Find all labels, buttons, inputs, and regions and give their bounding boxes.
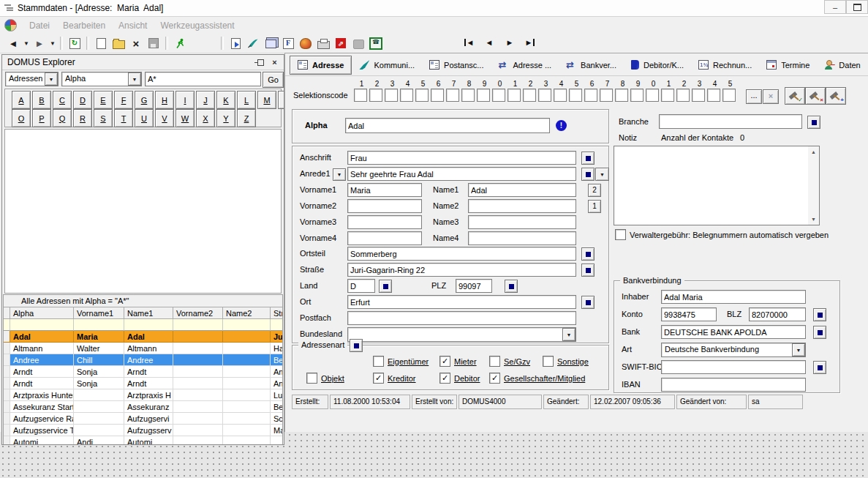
selektionscode-box-10[interactable] (492, 89, 505, 102)
branche-input[interactable] (659, 114, 802, 129)
ort-input[interactable] (347, 295, 576, 309)
maximize-button[interactable] (846, 0, 868, 14)
ortsteil-input[interactable] (347, 247, 576, 261)
scroll-up-icon[interactable]: ▲ (808, 146, 819, 157)
alpha-button-n[interactable]: N (278, 91, 284, 109)
tab-daten[interactable]: Daten (817, 56, 867, 74)
table-row[interactable]: Arztpraxis HunterArztpraxis HLux (4, 389, 282, 401)
table-row[interactable]: Aufzugsservice TAufzugsservMali (4, 425, 282, 436)
alpha-button-f[interactable]: F (114, 91, 133, 109)
filter-cell[interactable] (74, 319, 124, 331)
branche-lookup-button[interactable] (807, 116, 820, 129)
checkbox-sonstige[interactable]: Sonstige (543, 356, 589, 367)
land-input[interactable] (347, 279, 375, 293)
anrede1-lookup-button[interactable] (581, 168, 595, 181)
anschrift-input[interactable] (347, 151, 576, 165)
checkbox-objekt[interactable]: Objekt (306, 373, 344, 384)
plz-lookup-button[interactable] (505, 280, 518, 293)
add-selection-button[interactable]: + (826, 87, 846, 105)
selektionscode-box-23[interactable] (692, 89, 705, 102)
tab-bankver[interactable]: Bankver... (559, 56, 624, 74)
column-header-alpha[interactable]: Alpha (10, 307, 74, 319)
alpha-button-p[interactable]: P (32, 109, 51, 127)
alpha-button-j[interactable]: J (196, 91, 215, 109)
alpha-button-i[interactable]: I (176, 91, 195, 109)
alpha-button-q[interactable]: Q (53, 109, 72, 127)
alpha-button-w[interactable]: W (176, 109, 195, 127)
filter-cell[interactable] (124, 319, 173, 331)
checkbox-se-gzv[interactable]: Se/Gzv (489, 356, 530, 367)
alpha-button-u[interactable]: U (135, 109, 154, 127)
anrede1-template-button[interactable]: ▼ (333, 168, 346, 181)
table-row[interactable]: AltmannWalterAltmannHau (4, 343, 282, 354)
checkbox-eigentümer[interactable]: Eigentümer (373, 356, 429, 367)
alpha-button-e[interactable]: E (94, 91, 113, 109)
selektionscode-box-22[interactable] (676, 89, 690, 102)
alpha-button-d[interactable]: D (73, 91, 92, 109)
alpha-button-s[interactable]: S (94, 109, 113, 127)
checked-checkbox[interactable] (439, 373, 450, 384)
art-dropdown[interactable]: Deutsche Bankverbindung ▼ (661, 343, 806, 357)
new-record-button[interactable] (92, 35, 110, 51)
postfach-input[interactable] (347, 311, 576, 325)
catalog-button[interactable] (262, 35, 279, 51)
column-header-name1[interactable]: Name1 (124, 307, 173, 319)
alpha-button-t[interactable]: T (114, 109, 133, 127)
anschrift-lookup-button[interactable] (581, 152, 595, 165)
vorname4-input[interactable] (347, 231, 422, 245)
alpha-button-r[interactable]: R (73, 109, 92, 127)
selektionscode-box-14[interactable] (554, 89, 567, 102)
name4-input[interactable] (468, 231, 576, 245)
selektionscode-box-21[interactable] (661, 89, 674, 102)
ortsteil-lookup-button[interactable] (581, 247, 595, 261)
checkbox-debitor[interactable]: Debitor (439, 373, 480, 384)
open-button[interactable] (110, 35, 127, 51)
selektionscode-box-4[interactable] (400, 89, 413, 102)
go-button[interactable]: Go (263, 72, 284, 88)
checked-checkbox[interactable] (439, 356, 450, 367)
alpha-button-k[interactable]: K (216, 91, 235, 109)
swift-input[interactable] (661, 360, 806, 374)
bundesland-dropdown[interactable]: ▼ (347, 327, 576, 342)
run-assistant-button[interactable] (171, 35, 189, 51)
column-header-vorname2[interactable]: Vorname2 (173, 307, 223, 319)
tab-postansc[interactable]: Postansc... (422, 56, 491, 74)
sign-button[interactable] (244, 35, 262, 51)
forward-button[interactable]: ► (31, 35, 48, 51)
name3-input[interactable] (468, 215, 576, 229)
verwaltergebuehr-checkbox[interactable] (615, 229, 626, 240)
alpha-button-z[interactable]: Z (237, 109, 256, 127)
pin-button[interactable] (255, 57, 266, 67)
selektionscode-box-7[interactable] (446, 89, 459, 102)
tab-debitor-k[interactable]: Debitor/K... (624, 56, 691, 74)
selektionscode-box-3[interactable] (385, 89, 398, 102)
column-header-name2[interactable]: Name2 (223, 307, 271, 319)
winzip-button[interactable]: ⇗ (332, 35, 350, 51)
selektionscode-box-13[interactable] (538, 89, 551, 102)
scroll-down-icon[interactable]: ▼ (808, 214, 819, 225)
alpha-button-c[interactable]: C (53, 91, 72, 109)
alpha-button-h[interactable]: H (155, 91, 174, 109)
menu-item-datei[interactable]: Datei (23, 19, 56, 32)
tab-adresse[interactable]: Adresse (290, 56, 352, 75)
checkbox-mieter[interactable]: Mieter (439, 356, 477, 367)
blz-input[interactable] (749, 307, 806, 321)
table-row[interactable]: AdalMariaAdalJuri (4, 331, 282, 343)
vorname2-input[interactable] (347, 199, 422, 213)
filter-cell[interactable] (10, 319, 74, 331)
filter-cell[interactable] (271, 319, 283, 331)
selektionscode-box-25[interactable] (722, 89, 736, 102)
refresh-button[interactable]: ↻ (66, 35, 83, 51)
vorname1-input[interactable] (347, 183, 422, 197)
chevron-down-icon[interactable]: ▼ (792, 343, 805, 356)
alpha-button-y[interactable]: Y (216, 109, 235, 127)
plz-input[interactable] (456, 279, 492, 293)
selektionscode-box-2[interactable] (369, 89, 382, 102)
checked-checkbox[interactable] (489, 373, 500, 384)
back-button[interactable]: ◄ (4, 35, 22, 51)
blz-lookup-button[interactable] (813, 308, 826, 321)
bank-lookup-button[interactable] (813, 326, 826, 339)
selektionscode-clear-button[interactable]: × (763, 89, 779, 104)
first-record-button[interactable]: ◄ (461, 35, 477, 50)
selektionscode-box-17[interactable] (600, 89, 613, 102)
